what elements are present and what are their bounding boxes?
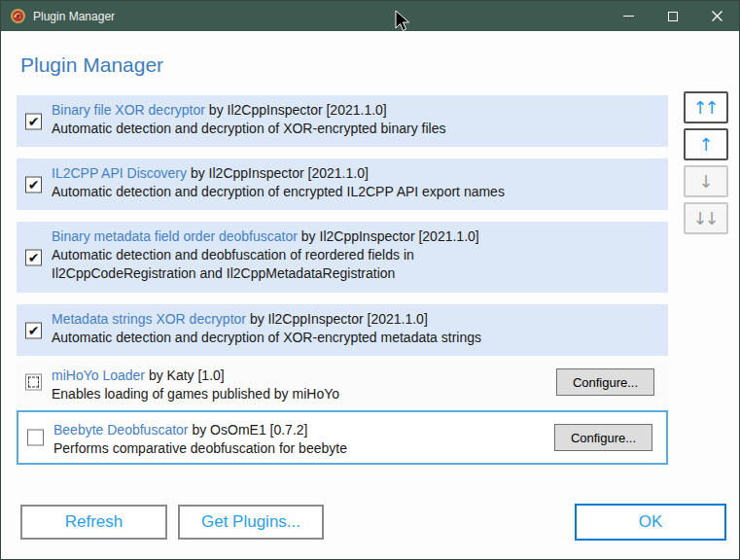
- plugin-checkbox[interactable]: ✔: [25, 113, 42, 129]
- ok-button[interactable]: OK: [575, 504, 726, 541]
- refresh-button[interactable]: Refresh: [20, 505, 167, 540]
- plugin-byline: by Il2CppInspector [2021.1.0]: [191, 165, 369, 181]
- plugin-byline: by Katy [1.0]: [149, 368, 225, 383]
- minimize-icon: [623, 16, 634, 17]
- plugin-description: Performs comparative deobfuscation for b…: [53, 439, 347, 458]
- app-icon: [10, 8, 26, 24]
- plugin-byline: by Il2CppInspector [2021.1.0]: [301, 228, 479, 244]
- plugin-description: Enables loading of games published by mi…: [52, 385, 339, 403]
- plugin-checkbox[interactable]: ✔: [25, 249, 42, 265]
- plugin-row-il2cpp-api-discovery[interactable]: ✔ IL2CPP API Discovery by Il2CppInspecto…: [17, 158, 668, 210]
- indeterminate-mark: [28, 377, 39, 388]
- plugin-row-binary-metadata-field-order-deobfuscator[interactable]: ✔ Binary metadata field order deobfuscat…: [17, 222, 668, 293]
- minimize-button[interactable]: [607, 1, 651, 31]
- plugin-byline: by Il2CppInspector [2021.1.0]: [209, 102, 387, 118]
- move-to-bottom-button[interactable]: ↓↓: [684, 202, 728, 234]
- plugin-byline: by OsOmE1 [0.7.2]: [192, 422, 307, 438]
- plugin-description: Automatic detection and decryption of en…: [52, 183, 505, 201]
- plugin-checkbox[interactable]: ✔: [25, 322, 42, 338]
- close-button[interactable]: [695, 1, 739, 31]
- plugin-row-beebyte-deobfuscator[interactable]: Beebyte Deobfuscator by OsOmE1 [0.7.2] P…: [17, 410, 668, 465]
- move-up-button[interactable]: ↑: [684, 128, 728, 160]
- maximize-button[interactable]: [651, 1, 694, 31]
- plugin-description: Automatic detection and decryption of XO…: [52, 120, 445, 138]
- plugin-checkbox[interactable]: [27, 430, 44, 446]
- plugin-checkbox[interactable]: [25, 374, 42, 391]
- move-to-top-button[interactable]: ↑↑: [684, 91, 728, 123]
- plugin-name-link[interactable]: IL2CPP API Discovery: [52, 165, 187, 181]
- page-title: Plugin Manager: [20, 53, 163, 77]
- maximize-icon: [668, 12, 678, 21]
- plugin-row-mihoyo-loader[interactable]: miHoYo Loader by Katy [1.0] Enables load…: [17, 360, 668, 404]
- plugin-description: Automatic detection and decryption of XO…: [52, 329, 481, 347]
- plugin-checkbox[interactable]: ✔: [25, 176, 42, 192]
- plugin-row-metadata-strings-xor-decryptor[interactable]: ✔ Metadata strings XOR decryptor by Il2C…: [17, 304, 668, 356]
- plugin-description: Automatic detection and deobfuscation of…: [52, 246, 479, 283]
- window-title: Plugin Manager: [33, 10, 115, 23]
- plugin-name-link[interactable]: Beebyte Deobfuscator: [53, 422, 189, 438]
- move-down-button[interactable]: ↓: [684, 165, 728, 197]
- plugin-byline: by Il2CppInspector [2021.1.0]: [250, 311, 428, 327]
- plugin-name-link[interactable]: Metadata strings XOR decryptor: [52, 311, 246, 327]
- plugin-name-link[interactable]: miHoYo Loader: [52, 368, 145, 383]
- plugin-name-link[interactable]: Binary file XOR decryptor: [52, 102, 205, 118]
- plugin-manager-window: Plugin Manager Plugin Manager ✔ Binary f…: [0, 0, 740, 560]
- get-plugins-button[interactable]: Get Plugins...: [178, 505, 324, 540]
- plugin-row-binary-file-xor-decryptor[interactable]: ✔ Binary file XOR decryptor by Il2CppIns…: [17, 95, 668, 147]
- plugin-name-link[interactable]: Binary metadata field order deobfuscator: [52, 228, 298, 244]
- title-bar: Plugin Manager: [1, 1, 739, 31]
- close-icon: [712, 11, 722, 21]
- configure-button[interactable]: Configure...: [554, 424, 652, 451]
- configure-button[interactable]: Configure...: [556, 368, 654, 396]
